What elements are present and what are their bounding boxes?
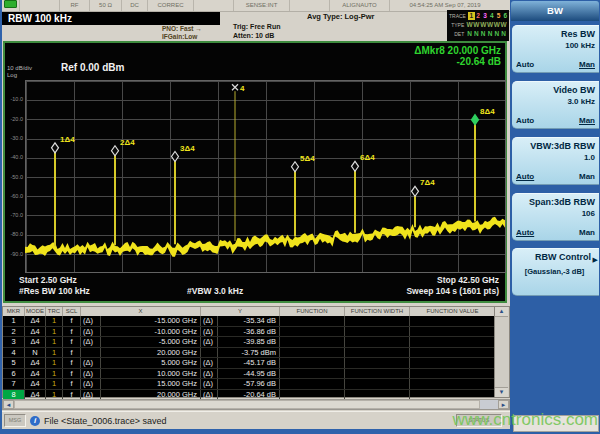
- y-axis-label: -70.0: [5, 212, 23, 218]
- horizontal-scroll-thumb[interactable]: [14, 400, 480, 409]
- strip-spacer: [20, 0, 60, 11]
- res-bw-label: #Res BW 100 kHz: [19, 286, 90, 296]
- col-header-y: Y: [201, 307, 280, 316]
- start-freq-label: Start 2.50 GHz: [19, 275, 77, 285]
- col-header-function-value: FUNCTION VALUE: [410, 307, 495, 316]
- man-option[interactable]: Man: [579, 228, 595, 237]
- softkey-video-bw[interactable]: Video BW 3.0 kHz Auto Man: [512, 81, 599, 129]
- cell-y-pre: (Δ): [201, 379, 218, 389]
- scroll-right-arrow-icon[interactable]: ►: [498, 400, 509, 409]
- trace-number: 4: [488, 12, 495, 20]
- cell-function-value: [410, 337, 495, 347]
- trace-number: 3: [482, 12, 489, 20]
- cell-mode: Δ4: [25, 327, 46, 337]
- cell-x-pre: (Δ): [81, 337, 101, 347]
- auto-man-row: Auto Man: [516, 228, 595, 237]
- cell-x-pre: (Δ): [81, 316, 101, 326]
- softkey-span-3db-rbw[interactable]: Span:3dB RBW 106 Auto Man: [512, 193, 599, 241]
- cell-function: [280, 348, 345, 358]
- auto-option[interactable]: Auto: [516, 228, 534, 237]
- trace-number: 5: [495, 12, 502, 20]
- auto-option[interactable]: Auto: [516, 172, 534, 181]
- trace-type: W: [480, 21, 487, 29]
- trace-detector: N: [480, 30, 487, 38]
- pno-label: PNO: Fast: [162, 25, 193, 32]
- coupling-indicator: DC: [122, 0, 148, 11]
- cell-function-value: [410, 316, 495, 326]
- cell-function: [280, 379, 345, 389]
- softkey-sidebar: BW Res BW 100 kHz Auto Man Video BW 3.0 …: [510, 0, 600, 434]
- marker-label: 2Δ4: [120, 138, 135, 147]
- chevron-right-icon: ▶: [593, 256, 598, 264]
- trace-detectors: NNNNNN: [466, 30, 507, 38]
- cell-x: 20.000 GHz: [101, 390, 201, 400]
- trace-types: WWWWWW: [466, 21, 507, 29]
- cell-x: -10.000 GHz: [101, 327, 201, 337]
- col-header-mode: MODE: [25, 307, 46, 316]
- cell-y: -36.86 dB: [218, 327, 280, 337]
- col-header-trc: TRC: [46, 307, 63, 316]
- cell-scl: f: [63, 369, 81, 379]
- auto-man-row: Auto Man: [516, 60, 595, 69]
- marker-label: 8Δ4: [480, 107, 495, 116]
- cell-scl: f: [63, 316, 81, 326]
- softkey-title: Span:3dB RBW: [529, 197, 595, 207]
- table-row[interactable]: 4N1f20.000 GHz-3.75 dBm: [3, 348, 495, 359]
- trace-number: 2: [475, 12, 482, 20]
- table-row[interactable]: 1Δ41f(Δ)-15.000 GHz(Δ)-35.34 dB: [3, 316, 495, 327]
- cell-mkr: 7: [3, 379, 25, 389]
- table-row[interactable]: 7Δ41f(Δ)15.000 GHz(Δ)-57.96 dB: [3, 379, 495, 390]
- ref-level-label: Ref 0.00 dBm: [61, 62, 124, 73]
- softkey-vbw-3db-rbw[interactable]: VBW:3dB RBW 1.0 Auto Man: [512, 137, 599, 185]
- cell-y: -57.96 dB: [218, 379, 280, 389]
- scroll-left-arrow-icon[interactable]: ◄: [3, 400, 14, 409]
- delta-marker-freq: ΔMkr8 20.000 GHz: [414, 45, 501, 56]
- main-panel: RF 50 Ω DC CORREC SENSE:INT ALIGNAUTO 04…: [2, 0, 510, 428]
- type-row-label: TYPE: [449, 22, 466, 28]
- y-axis-label: -30.0: [5, 135, 23, 141]
- marker-table: MKR MODE TRC SCL X Y FUNCTION FUNCTION W…: [2, 306, 510, 398]
- cell-scl: f: [63, 337, 81, 347]
- cell-function: [280, 316, 345, 326]
- man-option[interactable]: Man: [579, 172, 595, 181]
- scroll-down-arrow-icon[interactable]: ▼: [495, 387, 508, 397]
- softkey-title: Video BW: [553, 85, 595, 95]
- man-option[interactable]: Man: [579, 116, 595, 125]
- cell-x-pre: [81, 348, 101, 358]
- softkey-title: Res BW: [561, 29, 595, 39]
- table-row[interactable]: 2Δ41f(Δ)-10.000 GHz(Δ)-36.86 dB: [3, 327, 495, 338]
- menu-title: BW: [511, 1, 599, 21]
- trace-number: 6: [502, 12, 509, 20]
- table-horizontal-scrollbar[interactable]: ◄ ►: [2, 399, 510, 410]
- stop-freq-label: Stop 42.50 GHz: [437, 275, 499, 285]
- align-indicator: ALIGNAUTO: [330, 0, 390, 11]
- reference-lock-icon: [4, 0, 17, 8]
- impedance-indicator: 50 Ω: [90, 0, 122, 11]
- scroll-up-arrow-icon[interactable]: ▲: [495, 307, 508, 317]
- trace-type: W: [466, 21, 473, 29]
- softkey-title: VBW:3dB RBW: [530, 141, 595, 151]
- cell-y: -44.95 dB: [218, 369, 280, 379]
- table-row[interactable]: 6Δ41f(Δ)10.000 GHz(Δ)-44.95 dB: [3, 369, 495, 380]
- softkey-rbw-control[interactable]: RBW Control ▶ [Gaussian,-3 dB]: [512, 248, 599, 296]
- softkey-value: 100 kHz: [565, 41, 595, 50]
- auto-option[interactable]: Auto: [516, 116, 534, 125]
- table-vertical-scrollbar[interactable]: ▲ ▼: [494, 307, 509, 397]
- table-row[interactable]: 5Δ41f(Δ)5.000 GHz(Δ)-45.17 dB: [3, 358, 495, 369]
- cell-mode: Δ4: [25, 390, 46, 400]
- softkey-res-bw[interactable]: Res BW 100 kHz Auto Man: [512, 25, 599, 73]
- table-row[interactable]: 3Δ41f(Δ)-5.000 GHz(Δ)-39.85 dB: [3, 337, 495, 348]
- cell-mode: Δ4: [25, 369, 46, 379]
- cell-function-width: [345, 327, 410, 337]
- cell-trc: 1: [46, 348, 63, 358]
- cell-x-pre: (Δ): [81, 327, 101, 337]
- scale-type-label: Log: [7, 72, 17, 78]
- cell-scl: f: [63, 348, 81, 358]
- cell-function-value: [410, 358, 495, 368]
- trace-number: 1: [468, 12, 475, 20]
- col-header-scl: SCL: [63, 307, 81, 316]
- man-option[interactable]: Man: [579, 60, 595, 69]
- cell-function: [280, 327, 345, 337]
- cell-mode: Δ4: [25, 358, 46, 368]
- auto-option[interactable]: Auto: [516, 60, 534, 69]
